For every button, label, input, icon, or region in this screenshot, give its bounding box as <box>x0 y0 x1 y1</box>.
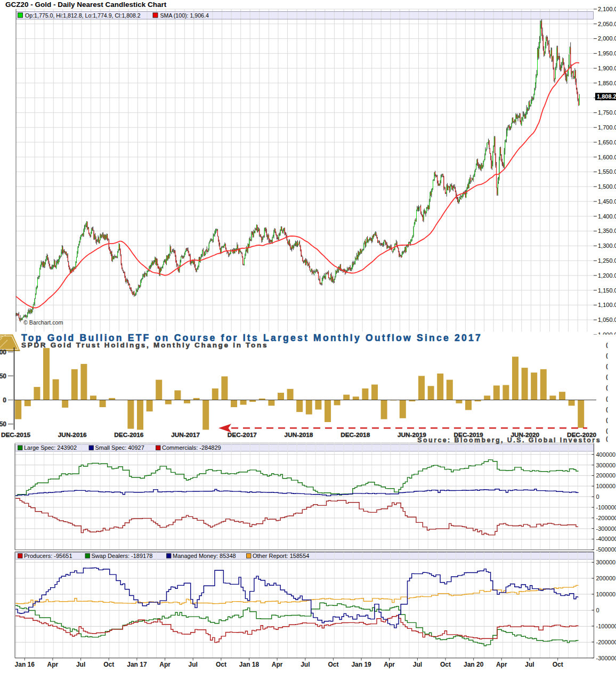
svg-text:DEC-2016: DEC-2016 <box>114 431 144 439</box>
svg-text:1,808.2: 1,808.2 <box>597 93 616 100</box>
svg-text:100000: 100000 <box>596 483 616 489</box>
svg-text:Jan 18: Jan 18 <box>239 661 260 668</box>
svg-text:SMA (100): 1,906.4: SMA (100): 1,906.4 <box>160 12 209 19</box>
svg-text:Oct: Oct <box>328 661 338 668</box>
svg-text:JUN-2017: JUN-2017 <box>171 431 200 439</box>
svg-text:Oct: Oct <box>216 661 226 668</box>
svg-text:Source: Bloomberg, U.S. Global: Source: Bloomberg, U.S. Global Investors <box>417 436 601 444</box>
svg-text:300000: 300000 <box>596 559 616 565</box>
svg-text:Jan 17: Jan 17 <box>127 661 147 668</box>
svg-text:(: ( <box>606 435 608 442</box>
svg-text:400000: 400000 <box>596 451 616 458</box>
svg-text:(: ( <box>606 427 608 434</box>
svg-text:-400000: -400000 <box>596 536 616 542</box>
svg-text:Apr: Apr <box>496 661 507 668</box>
svg-text:1,300.0: 1,300.0 <box>598 242 616 249</box>
svg-text:1,500.0: 1,500.0 <box>598 183 616 190</box>
svg-text:2,000.0: 2,000.0 <box>598 35 616 42</box>
svg-text:© Barchart.com: © Barchart.com <box>23 319 63 326</box>
svg-text:-200000: -200000 <box>596 639 616 645</box>
svg-text:200000: 200000 <box>596 575 616 581</box>
svg-text:Jan 16: Jan 16 <box>15 661 35 668</box>
svg-text:SPDR Gold Trust Holdings, Mont: SPDR Gold Trust Holdings, Monthly Change… <box>21 341 268 349</box>
svg-text:1,650.0: 1,650.0 <box>598 139 616 145</box>
svg-text:Oct: Oct <box>553 661 563 668</box>
svg-text:Jul: Jul <box>76 661 85 668</box>
svg-text:(: ( <box>606 352 608 359</box>
svg-text:100000: 100000 <box>596 591 616 597</box>
svg-text:0: 0 <box>596 607 599 613</box>
svg-text:-500000: -500000 <box>596 546 616 553</box>
svg-text:1,350.0: 1,350.0 <box>598 228 616 234</box>
svg-text:(: ( <box>606 406 608 412</box>
svg-text:1,900.0: 1,900.0 <box>598 65 616 71</box>
svg-text:JUN-2018: JUN-2018 <box>285 431 313 439</box>
svg-text:1,200.0: 1,200.0 <box>598 272 616 279</box>
svg-text:1,750.0: 1,750.0 <box>598 109 616 116</box>
svg-text:Apr: Apr <box>272 661 283 668</box>
svg-text:Jul: Jul <box>301 661 310 668</box>
svg-text:100: 100 <box>0 349 6 356</box>
svg-text:(: ( <box>606 374 608 380</box>
svg-text:(: ( <box>606 363 608 369</box>
svg-text:Apr: Apr <box>159 661 171 668</box>
svg-text:DEC-2018: DEC-2018 <box>341 431 370 439</box>
svg-text:Jul: Jul <box>525 661 534 668</box>
svg-text:1,400.0: 1,400.0 <box>598 213 616 220</box>
svg-text:0: 0 <box>3 396 6 404</box>
svg-text:(: ( <box>606 342 608 348</box>
svg-text:2,100.0: 2,100.0 <box>598 6 616 12</box>
svg-text:Oct: Oct <box>103 661 114 668</box>
svg-text:-300000: -300000 <box>596 525 616 532</box>
svg-text:Apr: Apr <box>47 661 59 668</box>
svg-text:Apr: Apr <box>384 661 395 668</box>
svg-text:0: 0 <box>596 493 599 500</box>
svg-text:(: ( <box>606 395 608 402</box>
svg-text:Other Report: 158554: Other Report: 158554 <box>253 553 309 559</box>
svg-text:Producers: -95651: Producers: -95651 <box>24 553 72 559</box>
svg-text:300000: 300000 <box>596 462 616 468</box>
svg-text:200000: 200000 <box>596 472 616 479</box>
svg-text:1,950.0: 1,950.0 <box>598 50 616 56</box>
svg-text:Small Spec: 40927: Small Spec: 40927 <box>95 444 144 451</box>
svg-text:1,250.0: 1,250.0 <box>598 257 616 264</box>
svg-text:-100000: -100000 <box>596 504 616 511</box>
svg-text:Jul: Jul <box>189 661 198 668</box>
svg-text:GCZ20 - Gold - Daily Nearest C: GCZ20 - Gold - Daily Nearest Candlestick… <box>5 1 167 9</box>
svg-text:-300000: -300000 <box>596 655 616 661</box>
svg-text:Jul: Jul <box>413 661 422 668</box>
svg-text:-100000: -100000 <box>596 623 616 629</box>
svg-text:(: ( <box>606 384 608 391</box>
svg-text:2,050.0: 2,050.0 <box>598 21 616 27</box>
svg-text:1,100.0: 1,100.0 <box>598 302 616 308</box>
svg-text:1,700.0: 1,700.0 <box>598 124 616 131</box>
svg-text:1,150.0: 1,150.0 <box>598 287 616 294</box>
svg-text:Managed Money: 85348: Managed Money: 85348 <box>173 553 236 559</box>
svg-text:JUN-2016: JUN-2016 <box>58 431 87 439</box>
svg-text:Op:1,775.0, Hi:1,812.8, Lo:1,7: Op:1,775.0, Hi:1,812.8, Lo:1,774.9, Cl:1… <box>25 12 141 19</box>
svg-text:1,450.0: 1,450.0 <box>598 198 616 205</box>
svg-text:Commercials: -284829: Commercials: -284829 <box>162 444 221 451</box>
svg-text:1,600.0: 1,600.0 <box>598 154 616 160</box>
svg-text:50: 50 <box>0 373 6 380</box>
svg-text:Oct: Oct <box>440 661 451 668</box>
svg-text:(: ( <box>606 417 608 423</box>
svg-text:-50: -50 <box>0 420 6 428</box>
svg-text:1,550.0: 1,550.0 <box>598 168 616 175</box>
svg-text:DEC-2017: DEC-2017 <box>228 431 257 439</box>
svg-text:Jan 20: Jan 20 <box>464 661 484 668</box>
svg-text:Large Spec: 243902: Large Spec: 243902 <box>24 444 77 451</box>
svg-text:1,850.0: 1,850.0 <box>598 80 616 86</box>
svg-text:1,050.0: 1,050.0 <box>598 317 616 323</box>
svg-text:Jan 19: Jan 19 <box>351 661 371 668</box>
svg-text:Swap Dealers: -189178: Swap Dealers: -189178 <box>92 553 153 559</box>
svg-text:-200000: -200000 <box>596 515 616 521</box>
svg-text:DEC-2015: DEC-2015 <box>1 431 31 439</box>
